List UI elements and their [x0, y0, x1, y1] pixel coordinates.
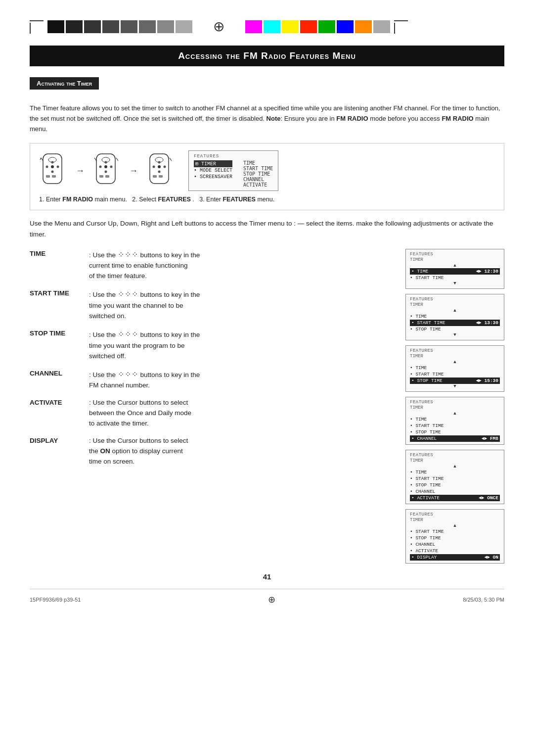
svg-point-4	[57, 166, 59, 168]
menu-right-activate: ACTIVATE	[243, 182, 273, 188]
svg-point-2	[51, 165, 54, 168]
color-bar-yellow	[282, 20, 299, 33]
sb5-row-stop: • STOP TIME	[410, 482, 500, 488]
sb6-activate-label: • ACTIVATE	[410, 548, 438, 554]
svg-rect-7	[46, 175, 50, 178]
svg-point-20	[158, 165, 161, 168]
svg-point-24	[158, 161, 161, 164]
caption-1: 1. Enter	[39, 196, 62, 203]
sb4-row-start: • START TIME	[410, 423, 500, 429]
sb2-start-label: • START TIME	[411, 320, 445, 326]
num-buttons-icon-4: ⁘⁘⁘	[118, 370, 138, 378]
color-bar-orange	[355, 20, 372, 33]
black-bar-1	[47, 20, 64, 33]
feature-start-time: START TIME : Use the ⁘⁘⁘ buttons to key …	[30, 288, 391, 322]
arrow-1: →	[76, 166, 85, 176]
sb5-title: FEATURES	[410, 453, 500, 458]
black-bar-5	[121, 20, 137, 33]
sb3-row-time: • TIME	[410, 365, 500, 371]
screen-box-6: FEATURES TIMER ▲ • START TIME • STOP TIM…	[405, 509, 504, 564]
sb2-arrow-up: ▲	[410, 308, 500, 313]
feature-start-time-desc: : Use the ⁘⁘⁘ buttons to key in the time…	[89, 288, 391, 322]
remotes-row: → →	[39, 150, 495, 191]
sb3-time-label: • TIME	[410, 365, 427, 371]
num-buttons-icon-2: ⁘⁘⁘	[118, 290, 138, 298]
screen-boxes: FEATURES TIMER ▲ • TIME ◄► 12:30 • START…	[405, 249, 504, 564]
black-bar-3	[84, 20, 101, 33]
main-content: TIME : Use the ⁘⁘⁘ buttons to key in the…	[30, 249, 504, 564]
sb6-subtitle: TIMER	[410, 518, 500, 522]
svg-point-6	[51, 161, 54, 164]
menu-item-mode: • MODE SELECT	[194, 167, 232, 174]
sb5-start-label: • START TIME	[410, 476, 444, 481]
sb3-arrow-up: ▲	[410, 360, 500, 365]
sb3-stop-value: ◄► 15:30	[476, 378, 498, 383]
features-list: TIME : Use the ⁘⁘⁘ buttons to key in the…	[30, 249, 391, 564]
features-menu-title: FEATURES	[194, 154, 273, 159]
svg-rect-25	[153, 175, 157, 178]
arrow-2: →	[129, 166, 138, 176]
sb6-channel-label: • CHANNEL	[410, 542, 435, 547]
feature-channel-desc: : Use the ⁘⁘⁘ buttons to key in the FM c…	[89, 369, 391, 391]
svg-point-15	[105, 161, 107, 164]
sb5-time-label: • TIME	[410, 470, 427, 475]
display-on-bold: ON	[100, 447, 110, 455]
black-bar-2	[66, 20, 83, 33]
svg-rect-9	[96, 154, 115, 184]
feature-activate-desc: : Use the Cursor buttons to select betwe…	[89, 398, 391, 429]
features-menu-content: ⊞ TIMER • MODE SELECT • SCREENSAVER TIME…	[194, 160, 273, 188]
feature-display: DISPLAY : Use the Cursor buttons to sele…	[30, 436, 391, 467]
menu-right-stop: STOP TIME	[243, 171, 273, 177]
sb2-row-time: • TIME	[410, 313, 500, 320]
feature-channel-label: CHANNEL	[30, 369, 89, 391]
sb2-row-stop: • STOP TIME	[410, 326, 500, 332]
sb3-arrow-down: ▼	[410, 384, 500, 389]
sb1-row-start: • START TIME	[410, 275, 500, 281]
svg-point-11	[104, 165, 107, 168]
sb4-stop-label: • STOP TIME	[410, 429, 441, 435]
color-bar-magenta	[245, 20, 262, 33]
sb6-row-channel: • CHANNEL	[410, 541, 500, 548]
sb1-start-label: • START TIME	[410, 275, 444, 281]
section-heading-wrapper: Activating the Timer	[30, 77, 504, 96]
corner-mark-left-top	[30, 20, 44, 21]
svg-rect-16	[99, 175, 103, 178]
screen-box-3: FEATURES TIMER ▲ • TIME • START TIME • S…	[405, 345, 504, 392]
num-buttons-icon-3: ⁘⁘⁘	[118, 330, 138, 338]
feature-time-label: TIME	[30, 249, 89, 282]
feature-time-desc: : Use the ⁘⁘⁘ buttons to key in the curr…	[89, 249, 391, 282]
sb4-row-channel: • CHANNEL ◄► FM8	[410, 435, 500, 442]
intro-note-text: : Ensure you are in	[281, 115, 335, 122]
footer-left: 15PF9936/69 p39-51	[30, 597, 81, 603]
corner-mark-right-top	[394, 20, 408, 21]
svg-rect-17	[105, 175, 109, 178]
sb5-activate-value: ◄► ONCE	[479, 495, 498, 501]
page-title: Accessing the FM Radio Features Menu	[30, 46, 504, 66]
svg-rect-8	[52, 175, 56, 178]
sb5-activate-label: • ACTIVATE	[411, 495, 440, 501]
sb2-start-value: ◄► 13:30	[476, 320, 498, 326]
feature-start-time-label: START TIME	[30, 288, 89, 322]
sb4-time-label: • TIME	[410, 417, 427, 422]
svg-point-21	[153, 166, 155, 168]
sb1-row-time: • TIME ◄► 12:30	[410, 268, 500, 275]
sb6-row-stop: • STOP TIME	[410, 535, 500, 541]
caption-bold-2: FEATURES	[158, 196, 190, 203]
corner-vline-left	[30, 23, 31, 34]
sb6-row-activate: • ACTIVATE	[410, 548, 500, 554]
sb3-row-stop: • STOP TIME ◄► 15:30	[410, 378, 500, 384]
remote-3	[146, 153, 175, 189]
svg-point-12	[99, 166, 102, 168]
sb4-start-label: • START TIME	[410, 423, 444, 428]
page-number: 41	[30, 572, 504, 581]
screen-box-1: FEATURES TIMER ▲ • TIME ◄► 12:30 • START…	[405, 249, 504, 289]
intro-note-label: Note	[267, 115, 281, 122]
feature-stop-time-desc: : Use the ⁘⁘⁘ buttons to key in the time…	[89, 329, 391, 362]
use-text-content: Use the Menu and Cursor Up, Down, Right …	[30, 220, 493, 238]
svg-point-13	[110, 166, 113, 168]
caption-3: . 3. Enter	[192, 196, 222, 203]
color-bar-blue	[337, 20, 354, 33]
sb3-subtitle: TIMER	[410, 354, 500, 359]
sb5-row-start: • START TIME	[410, 475, 500, 482]
sb5-arrow-up: ▲	[410, 464, 500, 469]
